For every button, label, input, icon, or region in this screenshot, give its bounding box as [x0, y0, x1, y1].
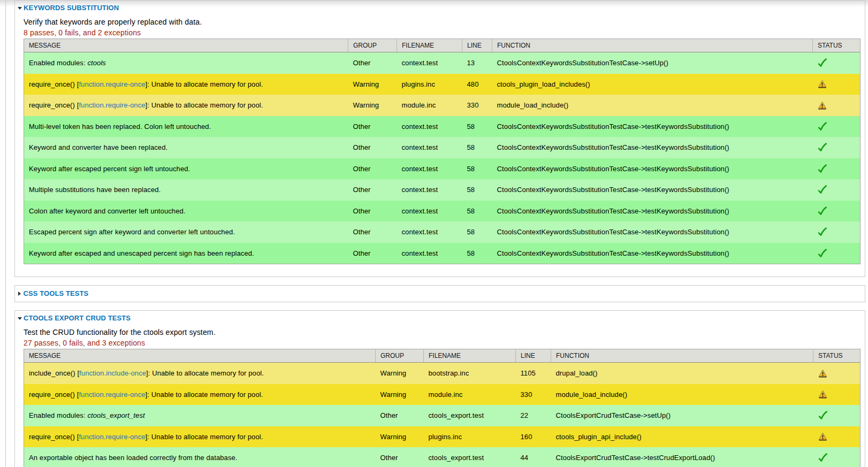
- line-cell: 58: [462, 116, 492, 137]
- line-cell: 44: [516, 447, 551, 467]
- status-cell: [813, 447, 861, 467]
- table-header-row: MESSAGEGROUPFILENAMELINEFUNCTIONSTATUS: [24, 39, 861, 52]
- status-cell: [813, 405, 861, 426]
- module-name-emphasis: ctools: [87, 59, 106, 67]
- message-text: Keyword after escaped percent sign left …: [29, 165, 190, 173]
- group-cell: Other: [348, 221, 397, 243]
- function-cell: CtoolsContextKeywordsSubstitutionTestCas…: [492, 201, 813, 222]
- column-header-message: MESSAGE: [24, 39, 348, 52]
- result-row: include_once() [function.include-once]: …: [24, 363, 861, 384]
- group-cell: Warning: [376, 384, 424, 405]
- message-text: Multiple substitutions have been replace…: [29, 186, 161, 194]
- results-table: MESSAGEGROUPFILENAMELINEFUNCTIONSTATUS E…: [24, 39, 861, 264]
- line-cell: 330: [462, 95, 492, 116]
- function-cell: ctools_plugin_load_includes(): [492, 74, 813, 95]
- fieldset-toggle-link[interactable]: KEYWORDS SUBSTITUTION: [18, 3, 119, 13]
- php-doc-link[interactable]: function.require-once: [79, 101, 145, 109]
- function-cell: CtoolsExportCrudTestCase->testCrudExport…: [551, 447, 813, 467]
- fieldset-toggle-link[interactable]: CTOOLS EXPORT CRUD TESTS: [18, 313, 131, 324]
- message-text: Enabled modules:: [29, 59, 87, 67]
- fieldset-toggle-link[interactable]: CSS TOOLS TESTS: [18, 288, 88, 299]
- group-cell: Other: [348, 243, 397, 264]
- filename-cell: context.test: [397, 116, 462, 137]
- status-cell: [813, 221, 861, 243]
- group-cell: Other: [348, 52, 397, 74]
- simpletest-results-page: KEYWORDS SUBSTITUTION Verify that keywor…: [5, 0, 868, 467]
- function-cell: CtoolsContextKeywordsSubstitutionTestCas…: [492, 52, 813, 74]
- group-cell: Warning: [348, 74, 397, 95]
- column-header-line: LINE: [516, 349, 551, 363]
- line-cell: 160: [516, 426, 551, 448]
- result-row: Keyword after escaped and unescaped perc…: [24, 243, 861, 264]
- module-name-emphasis: ctools_export_test: [87, 411, 144, 419]
- pass-check-icon: [818, 227, 827, 236]
- column-header-function: FUNCTION: [492, 39, 813, 52]
- line-cell: 22: [516, 405, 551, 426]
- message-cell: Multiple substitutions have been replace…: [24, 179, 348, 201]
- table-header-row: MESSAGEGROUPFILENAMELINEFUNCTIONSTATUS: [24, 349, 861, 363]
- pass-check-icon: [818, 249, 827, 258]
- function-cell: module_load_include(): [492, 95, 813, 116]
- result-row: Escaped percent sign after keyword and c…: [24, 221, 861, 243]
- column-header-function: FUNCTION: [551, 349, 813, 363]
- message-text: Keyword and converter have been replaced…: [29, 143, 167, 151]
- status-cell: [813, 116, 861, 137]
- status-cell: [813, 74, 861, 95]
- message-text: ]: Unable to allocate memory for pool.: [146, 369, 264, 377]
- group-cell: Other: [348, 201, 397, 222]
- php-doc-link[interactable]: function.require-once: [79, 80, 145, 88]
- pass-check-icon: [818, 453, 827, 462]
- function-cell: drupal_load(): [551, 363, 813, 384]
- result-row: An exportable object has been loaded cor…: [24, 447, 861, 467]
- message-text: Multi-level token has been replaced. Col…: [29, 123, 211, 131]
- php-doc-link[interactable]: function.include-once: [79, 369, 146, 377]
- status-cell: [813, 179, 861, 201]
- message-cell: require_once() [function.require-once]: …: [24, 384, 376, 405]
- message-cell: Keyword after escaped and unescaped perc…: [24, 243, 348, 264]
- group-cell: Other: [376, 447, 424, 467]
- line-cell: 58: [462, 158, 492, 180]
- filename-cell: context.test: [397, 52, 462, 74]
- function-cell: CtoolsExportCrudTestCase->setUp(): [551, 405, 813, 426]
- group-cell: Other: [348, 116, 397, 137]
- fieldset-title: CTOOLS EXPORT CRUD TESTS: [24, 313, 131, 324]
- message-text: require_once() [: [29, 391, 79, 399]
- fieldset-legend: CSS TOOLS TESTS: [18, 288, 854, 299]
- fieldset-keywords-substitution: KEYWORDS SUBSTITUTION Verify that keywor…: [14, 0, 865, 277]
- message-cell: Enabled modules: ctools_export_test: [24, 405, 376, 426]
- fieldset-title: KEYWORDS SUBSTITUTION: [24, 3, 119, 13]
- message-cell: include_once() [function.include-once]: …: [24, 363, 376, 384]
- result-row: Colon after keyword and converter left u…: [24, 201, 861, 222]
- exception-warning-icon: [818, 432, 827, 441]
- php-doc-link[interactable]: function.require-once: [79, 391, 145, 399]
- result-row: require_once() [function.require-once]: …: [24, 95, 861, 116]
- filename-cell: context.test: [397, 137, 462, 158]
- status-cell: [813, 243, 861, 264]
- filename-cell: context.test: [397, 243, 462, 264]
- status-cell: [813, 95, 861, 116]
- status-cell: [813, 384, 861, 405]
- column-header-status: STATUS: [813, 349, 861, 363]
- message-cell: require_once() [function.require-once]: …: [24, 74, 348, 95]
- test-summary: 8 passes, 0 fails, and 2 exceptions: [24, 27, 860, 38]
- function-cell: CtoolsContextKeywordsSubstitutionTestCas…: [492, 158, 813, 180]
- group-cell: Warning: [376, 426, 424, 448]
- message-text: ]: Unable to allocate memory for pool.: [146, 80, 263, 88]
- column-header-line: LINE: [462, 39, 492, 52]
- function-cell: CtoolsContextKeywordsSubstitutionTestCas…: [492, 221, 813, 243]
- php-doc-link[interactable]: function.require-once: [79, 433, 145, 441]
- result-row: Enabled modules: ctools_export_testOther…: [24, 405, 861, 426]
- pass-check-icon: [818, 143, 827, 152]
- message-cell: An exportable object has been loaded cor…: [24, 447, 376, 467]
- function-cell: CtoolsContextKeywordsSubstitutionTestCas…: [492, 179, 813, 201]
- message-cell: Enabled modules: ctools: [24, 52, 348, 74]
- pass-check-icon: [818, 411, 827, 420]
- message-text: include_once() [: [29, 369, 79, 377]
- pass-check-icon: [818, 206, 827, 216]
- line-cell: 58: [462, 179, 492, 201]
- message-text: ]: Unable to allocate memory for pool.: [146, 391, 263, 399]
- exception-warning-icon: [818, 101, 827, 110]
- result-row: require_once() [function.require-once]: …: [24, 426, 861, 448]
- group-cell: Warning: [348, 95, 397, 116]
- collapse-arrow-icon: [18, 317, 22, 320]
